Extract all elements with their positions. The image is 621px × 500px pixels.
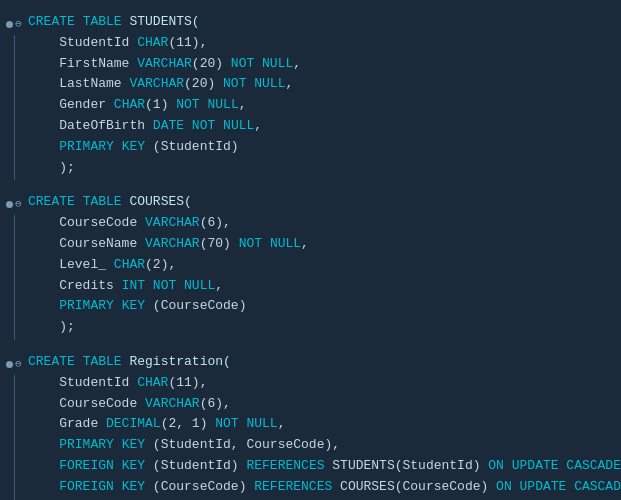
collapse-dot (6, 21, 13, 28)
code-line: CourseCode VARCHAR(6), (28, 213, 613, 234)
code-line: ); (28, 158, 613, 179)
code-line: StudentId CHAR(11), (28, 33, 613, 54)
collapse-button[interactable]: ⊖ (15, 199, 22, 210)
code-line: FOREIGN KEY (StudentId) REFERENCES STUDE… (28, 456, 621, 477)
code-line: ); (28, 317, 613, 338)
collapse-button[interactable]: ⊖ (15, 19, 22, 30)
block-registration: ⊖CREATE TABLE Registration( StudentId CH… (0, 348, 621, 500)
collapse-button[interactable]: ⊖ (15, 359, 22, 370)
code-line: Grade DECIMAL(2, 1) NOT NULL, (28, 414, 621, 435)
code-line: CREATE TABLE STUDENTS( (28, 12, 613, 33)
collapse-dot (6, 361, 13, 368)
code-line: LastName VARCHAR(20) NOT NULL, (28, 74, 613, 95)
code-line: Gender CHAR(1) NOT NULL, (28, 95, 613, 116)
code-line: StudentId CHAR(11), (28, 373, 621, 394)
code-line: CourseCode VARCHAR(6), (28, 394, 621, 415)
block-students: ⊖CREATE TABLE STUDENTS( StudentId CHAR(1… (0, 8, 621, 180)
code-line: FirstName VARCHAR(20) NOT NULL, (28, 54, 613, 75)
code-line: CourseName VARCHAR(70) NOT NULL, (28, 234, 613, 255)
code-line: FOREIGN KEY (CourseCode) REFERENCES COUR… (28, 477, 621, 498)
code-line: PRIMARY KEY (StudentId) (28, 137, 613, 158)
code-line: DateOfBirth DATE NOT NULL, (28, 116, 613, 137)
code-line: Credits INT NOT NULL, (28, 276, 613, 297)
code-line: CREATE TABLE Registration( (28, 352, 621, 373)
block-courses: ⊖CREATE TABLE COURSES( CourseCode VARCHA… (0, 188, 621, 340)
collapse-dot (6, 201, 13, 208)
code-line: PRIMARY KEY (CourseCode) (28, 296, 613, 317)
code-line: PRIMARY KEY (StudentId, CourseCode), (28, 435, 621, 456)
code-editor: ⊖CREATE TABLE STUDENTS( StudentId CHAR(1… (0, 0, 621, 500)
code-line: CREATE TABLE COURSES( (28, 192, 613, 213)
code-line: Level_ CHAR(2), (28, 255, 613, 276)
